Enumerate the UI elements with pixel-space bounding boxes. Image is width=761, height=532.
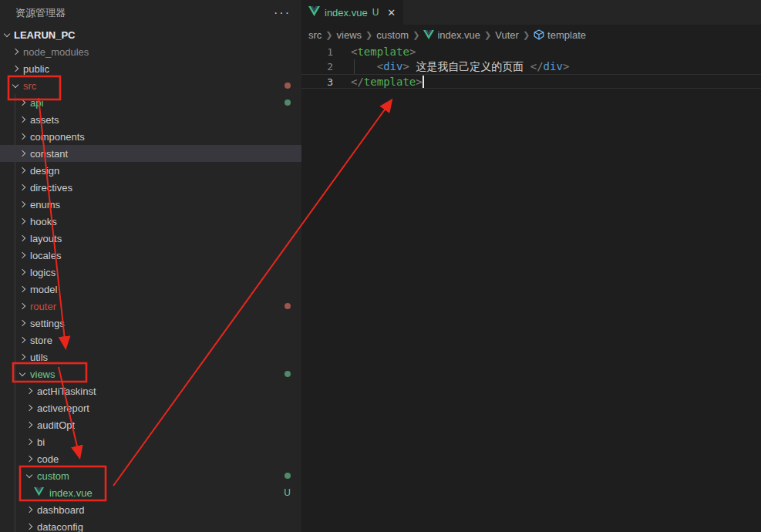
code-indent-guide: [354, 59, 355, 74]
tree-item-label: layouts: [30, 233, 62, 244]
tree-item-label: code: [37, 453, 59, 465]
tree-item-auditOpt[interactable]: auditOpt: [0, 416, 301, 433]
tree-item-label: directives: [30, 182, 72, 194]
chevron-right-icon: [19, 116, 25, 123]
text-cursor: [423, 76, 424, 88]
tree-item-constant[interactable]: constant: [0, 145, 301, 162]
breadcrumb-item-custom[interactable]: custom: [376, 29, 409, 41]
tree-item-label: utils: [30, 352, 48, 363]
tree-item-actHiTaskinst[interactable]: actHiTaskinst: [0, 382, 301, 399]
tree-item-hooks[interactable]: hooks: [0, 213, 301, 230]
tree-item-logics[interactable]: logics: [0, 264, 301, 281]
git-untracked-dot: [285, 473, 291, 479]
tree-item-index.vue[interactable]: index.vueU: [0, 484, 301, 501]
breadcrumb-label: Vuter: [495, 29, 519, 41]
tree-item-dataconfig[interactable]: dataconfig: [0, 518, 301, 532]
chevron-right-icon: [19, 167, 25, 173]
tree-item-label: hooks: [30, 216, 57, 227]
tree-item-node_modules[interactable]: node_modules: [0, 43, 301, 60]
git-status-badge: U: [284, 487, 291, 498]
tree-item-custom[interactable]: custom: [0, 467, 301, 484]
code-editor[interactable]: 1<template>2 <div> 这是我自己定义的页面 </div>3</t…: [301, 45, 761, 89]
breadcrumb-separator: ❯: [484, 30, 491, 40]
chevron-right-icon: [19, 320, 25, 326]
chevron-right-icon: [26, 422, 32, 428]
tree-item-bi[interactable]: bi: [0, 433, 301, 450]
tree-item-store[interactable]: store: [0, 332, 301, 348]
tree-item-public[interactable]: public: [0, 60, 301, 77]
chevron-right-icon: [26, 507, 32, 513]
tree-item-label: dashboard: [37, 504, 84, 516]
file-tree: node_modulespublicsrcapiassetscomponents…: [0, 43, 301, 532]
tree-item-label: index.vue: [49, 487, 93, 499]
tree-item-label: model: [30, 284, 57, 295]
tree-item-locales[interactable]: locales: [0, 247, 301, 264]
tree-item-label: router: [30, 301, 56, 312]
tree-item-enums[interactable]: enums: [0, 196, 301, 213]
tree-item-label: store: [30, 335, 52, 346]
explorer-sidebar: 资源管理器 ··· LEARUN_PC node_modulespublicsr…: [0, 0, 301, 532]
tab-git-status: U: [372, 7, 379, 18]
chevron-right-icon: [19, 235, 25, 241]
breadcrumb-label: views: [337, 29, 362, 41]
tree-item-api[interactable]: api: [0, 94, 301, 111]
explorer-header: 资源管理器 ···: [0, 0, 301, 26]
vscode-window: 资源管理器 ··· LEARUN_PC node_modulespublicsr…: [0, 0, 761, 532]
tree-item-label: settings: [30, 318, 65, 329]
code-line-2[interactable]: 2 <div> 这是我自己定义的页面 </div>: [301, 59, 761, 74]
vue-file-icon: [34, 487, 44, 499]
tree-item-label: src: [23, 80, 36, 92]
more-actions-icon[interactable]: ···: [274, 9, 291, 17]
breadcrumb-separator: ❯: [325, 30, 332, 40]
breadcrumb-separator: ❯: [412, 30, 419, 40]
chevron-right-icon: [19, 133, 25, 140]
breadcrumb-item-src[interactable]: src: [308, 29, 322, 41]
close-icon[interactable]: ✕: [387, 7, 396, 19]
chevron-right-icon: [19, 303, 25, 309]
tree-item-model[interactable]: model: [0, 281, 301, 298]
editor-group: index.vue U ✕ src❯views❯custom❯index.vue…: [301, 0, 761, 532]
tree-item-src[interactable]: src: [0, 77, 301, 94]
breadcrumb-item-template[interactable]: template: [534, 29, 586, 41]
tree-item-label: bi: [37, 436, 45, 448]
code-line-3[interactable]: 3</template>: [301, 74, 761, 89]
tree-root-learun-pc[interactable]: LEARUN_PC: [0, 26, 301, 43]
line-number: 1: [301, 45, 333, 59]
chevron-right-icon: [26, 524, 32, 530]
tree-item-settings[interactable]: settings: [0, 315, 301, 332]
breadcrumb-label: template: [547, 29, 586, 41]
tree-item-activereport[interactable]: activereport: [0, 399, 301, 416]
code-text: <div> 这是我自己定义的页面 </div>: [333, 59, 569, 74]
git-modified-dot: [285, 82, 291, 89]
breadcrumb-item-index.vue[interactable]: index.vue: [423, 29, 480, 41]
tree-item-label: locales: [30, 250, 61, 261]
tree-item-views[interactable]: views: [0, 365, 301, 382]
breadcrumb-separator: ❯: [523, 30, 530, 40]
tree-item-components[interactable]: components: [0, 128, 301, 145]
tree-item-label: enums: [30, 199, 60, 210]
tree-item-code[interactable]: code: [0, 450, 301, 467]
code-line-1[interactable]: 1<template>: [301, 45, 761, 59]
chevron-right-icon: [12, 66, 19, 72]
chevron-right-icon: [19, 218, 25, 224]
breadcrumb-item-Vuter[interactable]: Vuter: [495, 29, 519, 41]
tree-item-layouts[interactable]: layouts: [0, 230, 301, 247]
breadcrumb-item-views[interactable]: views: [337, 29, 362, 41]
tree-item-router[interactable]: router: [0, 298, 301, 315]
tree-item-assets[interactable]: assets: [0, 111, 301, 128]
tab-label: index.vue: [325, 7, 368, 19]
tree-item-directives[interactable]: directives: [0, 179, 301, 196]
chevron-right-icon: [19, 184, 25, 190]
chevron-down-icon: [19, 369, 25, 375]
tree-item-design[interactable]: design: [0, 162, 301, 179]
explorer-title: 资源管理器: [15, 6, 66, 20]
tree-item-dashboard[interactable]: dashboard: [0, 501, 301, 518]
tree-item-label: logics: [30, 267, 56, 278]
chevron-right-icon: [19, 201, 25, 207]
tab-index-vue[interactable]: index.vue U ✕: [301, 0, 403, 25]
tree-item-label: constant: [30, 148, 68, 160]
breadcrumb: src❯views❯custom❯index.vue❯Vuter❯templat…: [301, 25, 761, 45]
line-number: 2: [301, 59, 333, 74]
tree-item-utils[interactable]: utils: [0, 348, 301, 365]
git-untracked-dot: [285, 99, 291, 106]
